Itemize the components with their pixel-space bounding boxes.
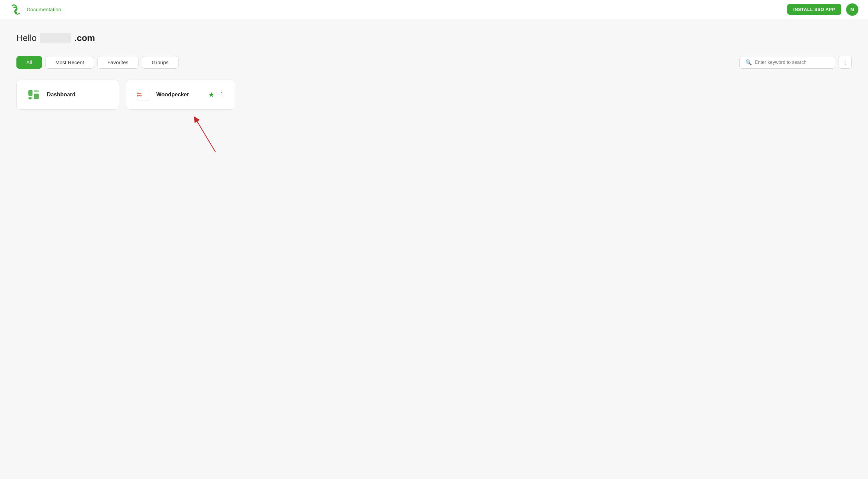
dashboard-card-title: Dashboard (47, 92, 76, 98)
user-name-placeholder (40, 33, 71, 43)
tab-groups[interactable]: Groups (142, 56, 179, 69)
svg-text:pecker: pecker (137, 95, 142, 97)
greeting-row: Hello .com (16, 33, 852, 43)
dashboard-icon-wrap (26, 87, 41, 102)
filter-tabs: All Most Recent Favorites Groups (16, 56, 179, 69)
documentation-link[interactable]: Documentation (27, 6, 61, 12)
main-content: Hello .com All Most Recent Favorites Gro… (0, 19, 868, 110)
cards-grid: Dashboard Wood pecker Woodpecker ★ ⋮ (16, 80, 852, 110)
favorite-star-icon[interactable]: ★ (208, 91, 214, 99)
user-avatar[interactable]: N (846, 3, 858, 16)
search-box[interactable]: 🔍 (739, 56, 835, 69)
filter-bar: All Most Recent Favorites Groups 🔍 ⋮ (16, 56, 852, 69)
woodpecker-card-title: Woodpecker (156, 92, 189, 98)
domain-label: .com (74, 33, 95, 43)
svg-rect-2 (34, 90, 39, 92)
hello-label: Hello (16, 33, 37, 43)
woodpecker-logo-svg: Wood pecker (136, 90, 150, 100)
woodpecker-card[interactable]: Wood pecker Woodpecker ★ ⋮ (126, 80, 235, 110)
woodpecker-menu-button[interactable]: ⋮ (218, 90, 225, 99)
header-right: INSTALL SSO APP N (787, 3, 858, 16)
svg-rect-3 (34, 94, 39, 99)
dashboard-icon (27, 88, 40, 101)
svg-line-8 (196, 119, 215, 152)
install-sso-button[interactable]: INSTALL SSO APP (787, 4, 841, 15)
dashboard-card[interactable]: Dashboard (16, 80, 119, 110)
tab-all[interactable]: All (16, 56, 42, 69)
woodpecker-icon-wrap: Wood pecker (136, 87, 150, 102)
app-header: Documentation INSTALL SSO APP N (0, 0, 868, 19)
woodpecker-card-actions: ★ ⋮ (208, 90, 225, 99)
more-options-button[interactable]: ⋮ (839, 56, 852, 69)
app-logo-icon (10, 3, 22, 16)
header-left: Documentation (10, 3, 61, 16)
svg-rect-0 (28, 90, 32, 96)
svg-point-4 (29, 97, 31, 99)
search-area: 🔍 ⋮ (739, 56, 852, 69)
tab-favorites[interactable]: Favorites (97, 56, 139, 69)
tab-most-recent[interactable]: Most Recent (45, 56, 94, 69)
search-icon: 🔍 (745, 59, 752, 66)
woodpecker-logo: Wood pecker (136, 89, 150, 100)
svg-text:Wood: Wood (137, 92, 142, 94)
search-input[interactable] (755, 59, 823, 65)
